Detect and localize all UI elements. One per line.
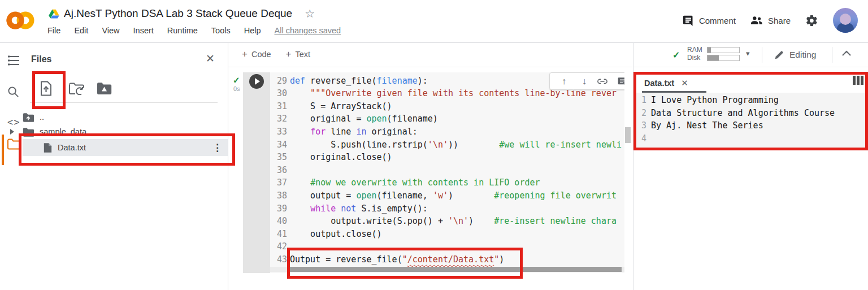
menu-view[interactable]: View: [102, 26, 119, 35]
refresh-folder-icon[interactable]: [69, 83, 84, 95]
link-icon[interactable]: [597, 79, 612, 84]
editing-mode-button[interactable]: Editing: [774, 50, 816, 60]
active-rail-indicator: [2, 135, 4, 165]
disk-label: Disk: [687, 54, 700, 62]
move-down-icon[interactable]: ↓: [577, 76, 592, 86]
menu-insert[interactable]: Insert: [133, 26, 154, 35]
line-number: 29: [270, 75, 287, 88]
expand-caret-icon[interactable]: [10, 129, 14, 135]
settings-gear-icon[interactable]: [805, 14, 818, 27]
horizontal-scrollbar-thumb[interactable]: [290, 267, 622, 272]
code-lines[interactable]: 2829def reverse_file(filename):30 """Ove…: [270, 72, 622, 266]
code-line-38[interactable]: 38 output = open(filename, 'w') #reopeni…: [270, 189, 622, 202]
resources-dropdown-icon[interactable]: ▾: [746, 49, 750, 58]
toolbar-divider: [762, 47, 762, 63]
file-content[interactable]: 1I Love Python Programming 2Data Structu…: [636, 93, 865, 148]
comment-button[interactable]: Comment: [683, 15, 736, 26]
code-line-37[interactable]: 37 #now we overwrite with contents in LI…: [270, 176, 622, 189]
star-icon[interactable]: ☆: [305, 7, 315, 20]
code-line-42[interactable]: 42: [270, 240, 622, 253]
save-status[interactable]: All changes saved: [275, 26, 341, 35]
line-number: 33: [270, 125, 287, 138]
code-line-31[interactable]: 31 S = ArrayStack(): [270, 100, 622, 113]
app-header: Aj.NesT Python DSA Lab 3 Stack Queue Deq…: [0, 0, 868, 43]
tree-label: ..: [40, 112, 44, 122]
colab-logo[interactable]: [6, 6, 35, 35]
connected-check-icon: ✓: [672, 50, 680, 60]
code-line-41[interactable]: 41 output.close(): [270, 228, 622, 241]
ram-meter[interactable]: [707, 47, 740, 53]
file-line: 4: [636, 132, 865, 145]
disk-meter[interactable]: [707, 55, 740, 61]
file-preview-panel: Data.txt ✕ 1I Love Python Programming 2D…: [633, 72, 868, 150]
code-line-40[interactable]: 40 output.write(S.pop() + '\n') #re-inse…: [270, 215, 622, 228]
toolbar-divider: [832, 47, 832, 63]
code-line-39[interactable]: 39 while not S.is_empty():: [270, 202, 622, 215]
code-line-43[interactable]: 43Output = reverse_file("/content/Data.t…: [270, 253, 622, 266]
share-icon: [750, 16, 763, 25]
comment-icon: [683, 15, 694, 26]
line-number: 35: [270, 151, 287, 164]
notebook-header-divider: [228, 67, 868, 67]
line-number: 43: [270, 253, 287, 266]
folder-up-icon: [23, 112, 34, 122]
add-text-button[interactable]: + Text: [286, 49, 311, 60]
code-line-33[interactable]: 33 for line in original:: [270, 125, 622, 138]
line-number: 39: [270, 202, 287, 215]
cell-executed-check-icon: ✓: [233, 75, 240, 85]
table-of-contents-icon[interactable]: [7, 55, 20, 66]
menu-tools[interactable]: Tools: [211, 26, 231, 35]
add-code-button[interactable]: + Code: [242, 49, 271, 60]
row-menu-icon[interactable]: ⋮: [212, 142, 222, 154]
search-icon[interactable]: [7, 86, 19, 98]
add-text-label: Text: [296, 50, 311, 59]
line-number: 40: [270, 215, 287, 228]
file-line: 2Data Structure and Algorithms Course: [636, 107, 865, 120]
vertical-scrollbar-thumb[interactable]: [625, 127, 631, 143]
files-panel-title: Files: [31, 54, 51, 64]
add-code-label: Code: [251, 50, 271, 59]
menu-bar: File Edit View Insert Runtime Tools Help…: [47, 26, 341, 35]
notebook-title[interactable]: Aj.NesT Python DSA Lab 3 Stack Queue Deq…: [64, 7, 292, 20]
mount-drive-icon[interactable]: [97, 82, 112, 95]
cell-gutter: [243, 72, 270, 273]
menu-file[interactable]: File: [47, 26, 60, 35]
line-number: 31: [270, 100, 287, 113]
upload-file-icon[interactable]: [40, 81, 53, 96]
chevron-up-icon[interactable]: [842, 50, 851, 56]
menu-help[interactable]: Help: [244, 26, 261, 35]
run-cell-button[interactable]: [249, 74, 264, 89]
code-line-34[interactable]: 34 S.push(line.rstrip('\n')) #we will re…: [270, 138, 622, 152]
tab-data-txt[interactable]: Data.txt ✕: [644, 78, 688, 88]
ram-label: RAM: [687, 46, 702, 54]
code-line-32[interactable]: 32 original = open(filename): [270, 112, 622, 125]
sidebar-divider[interactable]: [228, 42, 228, 290]
tree-label: sample_data: [40, 127, 86, 136]
file-line: 3By Aj. Nest The Series: [636, 119, 865, 132]
pencil-icon: [774, 50, 784, 60]
column-view-icon[interactable]: [853, 76, 863, 85]
code-line-36[interactable]: 36: [270, 164, 622, 177]
file-tab-bar: Data.txt ✕: [636, 75, 865, 93]
tree-row-sample-data[interactable]: sample_data: [23, 123, 228, 140]
tab-label: Data.txt: [644, 79, 674, 88]
code-line-35[interactable]: 35 original.close(): [270, 151, 622, 164]
avatar[interactable]: [833, 8, 858, 33]
comment-label: Comment: [699, 16, 736, 25]
cell-exec-time: 0s: [233, 85, 240, 92]
menu-runtime[interactable]: Runtime: [167, 26, 198, 35]
line-number: 37: [270, 176, 287, 189]
files-close-icon[interactable]: ✕: [206, 52, 215, 65]
code-cell[interactable]: 2829def reverse_file(filename):30 """Ove…: [243, 72, 624, 273]
share-button[interactable]: Share: [750, 16, 791, 25]
tab-close-icon[interactable]: ✕: [681, 78, 688, 88]
cell-toolbar: ↑ ↓: [549, 72, 624, 90]
files-folder-icon[interactable]: [7, 138, 21, 150]
comment-cell-icon[interactable]: [618, 77, 624, 86]
tree-row-data-txt[interactable]: Data.txt ⋮: [23, 139, 228, 156]
plus-icon: +: [286, 49, 292, 60]
move-up-icon[interactable]: ↑: [557, 76, 571, 86]
code-icon[interactable]: <>: [7, 116, 20, 128]
line-number: 36: [270, 164, 287, 177]
menu-edit[interactable]: Edit: [74, 26, 88, 35]
